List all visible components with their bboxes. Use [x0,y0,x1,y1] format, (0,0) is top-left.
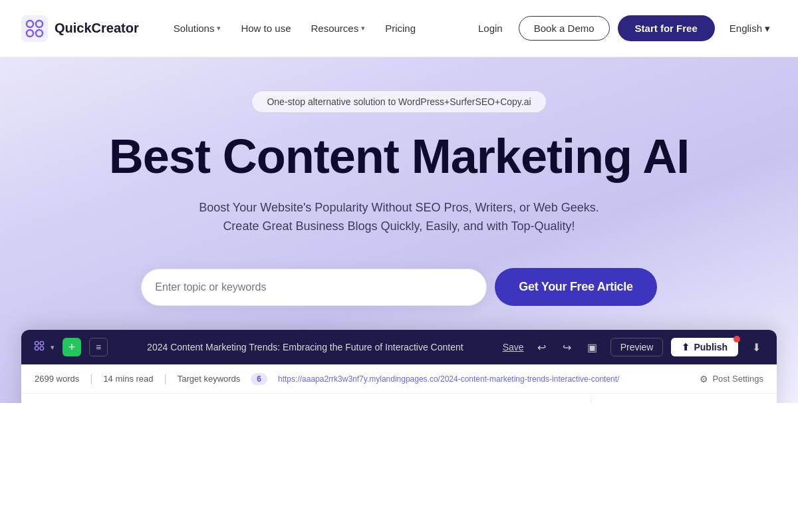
svg-point-5 [35,341,39,345]
publish-button[interactable]: ⬆ Publish [671,338,738,356]
logo-text: QuickCreator [55,21,139,36]
preview-button[interactable]: Preview [610,338,664,356]
svg-point-7 [35,346,39,350]
save-button[interactable]: Save [503,342,524,352]
layout-icon: ≡ [96,342,101,352]
editor-body: 2024 Content Marketing Trends: Embracing… [21,394,777,403]
hero-badge: One-stop alternative solution to WordPre… [251,90,546,113]
editor-logo-icon [32,338,47,356]
editor-container: ▾ + ≡ 2024 Content Marketing Trends: Emb… [21,330,777,403]
editor-document-title: 2024 Content Marketing Trends: Embracing… [116,342,495,352]
nav-pricing[interactable]: Pricing [377,17,424,39]
svg-point-6 [40,341,44,345]
layout-button[interactable]: ≡ [89,338,108,356]
editor-sidebar: Post Settings SEO Status Unpublished [591,394,777,403]
topic-input[interactable] [155,273,473,301]
device-toggle-button[interactable]: ▣ [583,337,602,357]
read-time: 14 mins read [103,374,153,384]
login-button[interactable]: Login [470,17,511,39]
editor-logo: ▾ [32,338,55,356]
hero-title: Best Content Marketing AI [0,132,798,182]
nav-resources[interactable]: Resources ▾ [303,17,373,39]
redo-button[interactable]: ↪ [557,337,577,357]
book-demo-button[interactable]: Book a Demo [519,16,610,41]
chevron-down-icon: ▾ [361,24,365,33]
nav-solutions[interactable]: Solutions ▾ [166,17,229,39]
get-free-article-button[interactable]: Get Your Free Article [495,268,656,306]
nav-links: Solutions ▾ How to use Resources ▾ Prici… [166,17,470,39]
chevron-down-icon: ▾ [217,24,221,33]
start-free-button[interactable]: Start for Free [618,15,715,41]
svg-point-8 [40,346,44,350]
publish-icon: ⬆ [682,342,690,352]
chevron-down-icon: ▾ [51,343,55,352]
editor-content-area[interactable]: 2024 Content Marketing Trends: Embracing… [21,394,591,403]
settings-icon: ⚙ [700,374,708,384]
topic-input-wrapper [141,269,487,306]
editor-topbar: ▾ + ≡ 2024 Content Marketing Trends: Emb… [21,330,777,364]
undo-button[interactable]: ↩ [532,337,552,357]
nav-how-to-use[interactable]: How to use [233,17,299,39]
target-keywords-count: 6 [251,373,267,385]
navbar: QuickCreator Solutions ▾ How to use Reso… [0,0,798,57]
logo-icon [21,15,48,42]
add-block-button[interactable]: + [63,338,81,356]
hero-cta: Get Your Free Article [0,268,798,306]
download-button[interactable]: ⬇ [746,337,766,357]
publish-notification-dot [733,336,740,342]
hero-section: One-stop alternative solution to WordPre… [0,57,798,403]
editor-actions: ↩ ↪ ▣ [532,337,602,357]
article-url-link[interactable]: https://aaapa2rrk3w3nf7y.mylandingpages.… [278,374,619,384]
target-keywords-label: Target keywords [178,374,241,384]
chevron-down-icon: ▾ [765,23,770,35]
hero-subtitle: Boost Your Website's Popularity Without … [0,198,798,237]
word-count: 2699 words [35,374,79,384]
language-selector[interactable]: English ▾ [723,17,777,40]
svg-rect-0 [21,15,48,42]
editor-preview-area: ▾ + ≡ 2024 Content Marketing Trends: Emb… [0,330,798,403]
post-settings-button[interactable]: ⚙ Post Settings [700,374,763,384]
editor-metabar: 2699 words | 14 mins read | Target keywo… [21,364,777,394]
nav-right: Login Book a Demo Start for Free English… [470,15,777,41]
logo[interactable]: QuickCreator [21,15,139,42]
